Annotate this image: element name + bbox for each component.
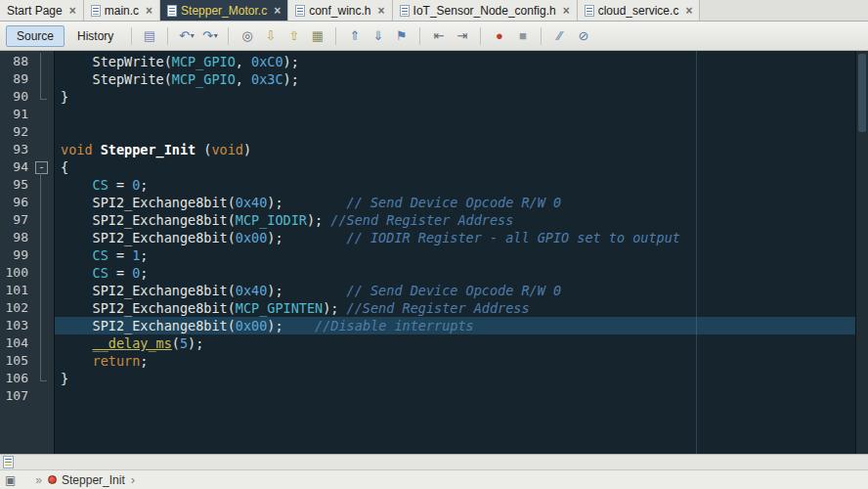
dropdown-arrow-icon[interactable]: ▾ <box>191 31 195 40</box>
start-macro-recording-icon[interactable]: ● <box>489 25 509 46</box>
line-number[interactable]: 99 <box>0 246 33 264</box>
find-next-occurrence-icon[interactable]: ⇩ <box>260 25 281 46</box>
code-line-104[interactable]: 104 __delay_ms(5); <box>0 334 855 352</box>
shift-right-icon[interactable]: ⇥ <box>452 25 472 46</box>
line-number[interactable]: 106 <box>0 370 33 387</box>
line-number[interactable]: 97 <box>0 211 33 229</box>
vertical-scrollbar[interactable] <box>855 51 868 454</box>
code-text <box>55 387 855 405</box>
source-file-icon <box>295 5 305 17</box>
line-number[interactable]: 95 <box>0 176 33 194</box>
close-icon[interactable]: × <box>274 5 281 17</box>
code-text: SPI2_Exchange8bit(0x40); // Send Device … <box>55 194 855 211</box>
code-line-93[interactable]: 93void Stepper_Init (void) <box>0 141 855 158</box>
last-edit-location-icon[interactable]: ▤ <box>139 25 159 46</box>
comment-icon[interactable]: ∕∕ <box>549 25 570 46</box>
line-number[interactable]: 107 <box>0 387 33 405</box>
line-number[interactable]: 102 <box>0 299 33 317</box>
toolbar-separator <box>480 27 481 45</box>
tab-iot_sensor_node_config-h[interactable]: IoT_Sensor_Node_config.h× <box>393 0 578 21</box>
code-text: SPI2_Exchange8bit(0x00); //Disable inter… <box>55 317 855 334</box>
line-number[interactable]: 105 <box>0 352 33 370</box>
code-editor[interactable]: 88 StepWrite(MCP_GPIO, 0xC0);89 StepWrit… <box>0 51 868 454</box>
back-icon[interactable]: ↶▾ <box>176 25 196 46</box>
line-number[interactable]: 96 <box>0 194 33 211</box>
find-selection-icon[interactable]: ◎ <box>237 25 257 46</box>
code-line-92[interactable]: 92 <box>0 123 855 141</box>
next-bookmark-icon[interactable]: ⇓ <box>368 25 388 46</box>
tab-cloud_service-c[interactable]: cloud_service.c× <box>578 0 701 21</box>
code-line-91[interactable]: 91 <box>0 106 855 123</box>
code-line-101[interactable]: 101 SPI2_Exchange8bit(0x40); // Send Dev… <box>0 282 855 299</box>
line-number[interactable]: 100 <box>0 264 33 282</box>
toolbar-separator <box>419 27 420 45</box>
close-icon[interactable]: × <box>378 5 385 17</box>
uncomment-icon[interactable]: ⊘ <box>573 25 593 46</box>
code-line-106[interactable]: 106} <box>0 370 855 387</box>
code-line-95[interactable]: 95 CS = 0; <box>0 176 855 194</box>
close-icon[interactable]: × <box>685 5 692 17</box>
forward-icon[interactable]: ↷▾ <box>199 25 220 46</box>
code-line-94[interactable]: 94{ <box>0 158 855 176</box>
code-line-100[interactable]: 100 CS = 0; <box>0 264 855 282</box>
previous-bookmark-icon[interactable]: ⇑ <box>344 25 365 46</box>
tab-start-page[interactable]: Start Page× <box>0 0 84 21</box>
tab-stepper_motor-c[interactable]: Stepper_Motor.c× <box>160 0 288 21</box>
code-line-90[interactable]: 90} <box>0 88 855 106</box>
line-number[interactable]: 92 <box>0 123 33 141</box>
toolbar-icons: ▤↶▾↷▾◎⇩⇧▦⇑⇓⚑⇤⇥●■∕∕⊘ <box>139 25 593 46</box>
code-text: StepWrite(MCP_GPIO, 0x3C); <box>55 70 855 88</box>
fold-line-icon <box>33 176 55 194</box>
dropdown-arrow-icon[interactable]: ▾ <box>214 31 218 40</box>
find-previous-occurrence-icon[interactable]: ⇧ <box>283 25 304 46</box>
breadcrumb-panel-icon[interactable]: ▣ <box>5 473 16 487</box>
code-text: } <box>55 88 855 106</box>
line-number[interactable]: 103 <box>0 317 33 334</box>
code-text: SPI2_Exchange8bit(0x00); // IODIR Regist… <box>55 229 855 246</box>
close-icon[interactable]: × <box>146 5 152 17</box>
breadcrumb-label: Stepper_Init <box>62 473 125 487</box>
line-number[interactable]: 104 <box>0 334 33 352</box>
close-icon[interactable]: × <box>69 5 76 17</box>
breadcrumb-collapse-icon[interactable]: » <box>35 473 42 487</box>
code-line-103[interactable]: 103 SPI2_Exchange8bit(0x00); //Disable i… <box>0 317 855 334</box>
line-number[interactable]: 91 <box>0 106 33 123</box>
breadcrumb: ▣ » Stepper_Init › <box>0 469 868 489</box>
code-line-96[interactable]: 96 SPI2_Exchange8bit(0x40); // Send Devi… <box>0 194 855 211</box>
fold-box-icon[interactable] <box>33 158 55 176</box>
close-icon[interactable]: × <box>563 5 570 17</box>
line-number[interactable]: 89 <box>0 70 33 88</box>
horizontal-scrollbar[interactable] <box>0 454 868 469</box>
code-text <box>55 123 855 141</box>
fold-line-icon <box>33 334 55 352</box>
code-line-88[interactable]: 88 StepWrite(MCP_GPIO, 0xC0); <box>0 53 855 70</box>
stop-macro-recording-icon[interactable]: ■ <box>512 25 533 46</box>
code-line-99[interactable]: 99 CS = 1; <box>0 246 855 264</box>
line-number[interactable]: 90 <box>0 88 33 106</box>
line-number[interactable]: 101 <box>0 282 33 299</box>
shift-left-icon[interactable]: ⇤ <box>428 25 449 46</box>
breadcrumb-item[interactable]: Stepper_Init <box>48 473 125 487</box>
source-file-icon <box>400 5 410 17</box>
line-number[interactable]: 88 <box>0 53 33 70</box>
code-line-102[interactable]: 102 SPI2_Exchange8bit(MCP_GPINTEN); //Se… <box>0 299 855 317</box>
code-line-105[interactable]: 105 return; <box>0 352 855 370</box>
tab-conf_winc-h[interactable]: conf_winc.h× <box>288 0 392 21</box>
line-number[interactable]: 94 <box>0 158 33 176</box>
source-file-icon <box>91 5 101 17</box>
code-line-97[interactable]: 97 SPI2_Exchange8bit(MCP_IODIR); //Send … <box>0 211 855 229</box>
scrollbar-thumb[interactable] <box>858 54 866 132</box>
code-text: SPI2_Exchange8bit(0x40); // Send Device … <box>55 282 855 299</box>
code-text: CS = 0; <box>55 264 855 282</box>
line-number[interactable]: 98 <box>0 229 33 246</box>
code-line-107[interactable]: 107 <box>0 387 855 405</box>
tab-main-c[interactable]: main.c× <box>84 0 160 21</box>
line-number[interactable]: 93 <box>0 141 33 158</box>
toggle-bookmark-icon[interactable]: ⚑ <box>391 25 412 46</box>
code-line-89[interactable]: 89 StepWrite(MCP_GPIO, 0x3C); <box>0 70 855 88</box>
toggle-highlight-search-icon[interactable]: ▦ <box>307 25 327 46</box>
code-line-98[interactable]: 98 SPI2_Exchange8bit(0x00); // IODIR Reg… <box>0 229 855 246</box>
history-view-button[interactable]: History <box>66 25 124 47</box>
source-view-button[interactable]: Source <box>6 25 65 47</box>
tab-label: main.c <box>105 4 139 18</box>
